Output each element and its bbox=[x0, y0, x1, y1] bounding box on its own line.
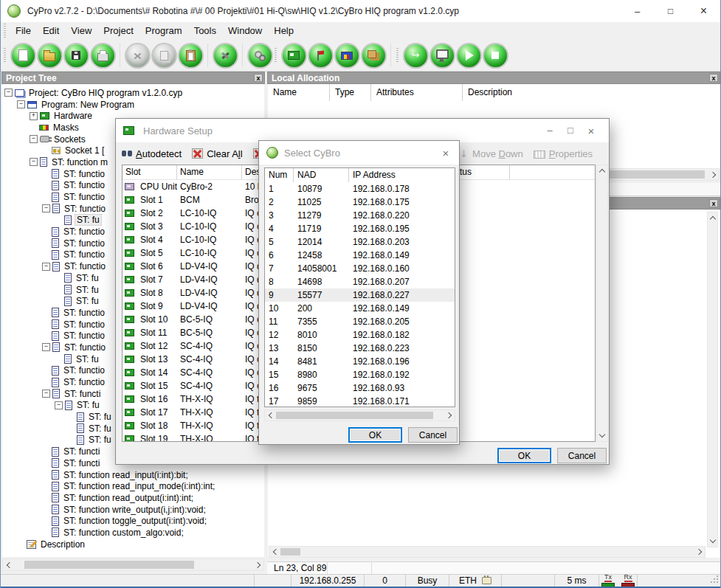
options-gears-button[interactable] bbox=[249, 44, 272, 67]
scroll-right-icon[interactable] bbox=[252, 559, 263, 570]
expander-expand-icon[interactable]: + bbox=[30, 112, 38, 120]
stop-button[interactable] bbox=[484, 44, 507, 67]
scrollbar-thumb[interactable] bbox=[276, 412, 433, 419]
tree-item[interactable]: ST: function custom_algo:void; bbox=[2, 527, 264, 539]
cybro-row[interactable]: 10200192.168.0.149 bbox=[265, 302, 455, 315]
cybro-row[interactable]: 814698192.168.0.207 bbox=[265, 275, 455, 288]
tree-item[interactable]: Description bbox=[2, 539, 264, 550]
cybro-row[interactable]: 158980192.168.0.192 bbox=[265, 368, 455, 381]
tree-item[interactable]: ST: function read_output(i:int):int; bbox=[2, 492, 264, 504]
project-tree-close-icon[interactable]: x bbox=[254, 74, 263, 82]
ok-button[interactable]: OK bbox=[497, 448, 551, 463]
column-header-num[interactable]: Num bbox=[265, 168, 294, 182]
cybro-row[interactable]: 128010192.168.0.182 bbox=[265, 328, 455, 342]
menu-item-project[interactable]: Project bbox=[97, 22, 139, 40]
expander-collapse-icon[interactable]: − bbox=[42, 204, 50, 212]
column-header-attributes[interactable]: Attributes bbox=[371, 84, 463, 101]
toolbar-drag-handle-icon[interactable] bbox=[4, 48, 6, 63]
tree-item[interactable]: ST: function read_input_mode(i:int):int; bbox=[2, 480, 264, 492]
menu-item-program[interactable]: Program bbox=[139, 22, 188, 40]
column-header-nad[interactable]: NAD bbox=[294, 168, 349, 182]
scroll-right-icon[interactable] bbox=[444, 410, 455, 421]
expander-collapse-icon[interactable]: − bbox=[30, 135, 38, 143]
scroll-right-icon[interactable] bbox=[694, 547, 705, 557]
autodetect-button[interactable]: Autodetect bbox=[122, 148, 182, 159]
expander-collapse-icon[interactable]: − bbox=[42, 343, 50, 351]
column-header-name[interactable]: Name bbox=[268, 84, 330, 101]
hardware-setup-button[interactable] bbox=[283, 44, 306, 67]
editor-vscrollbar[interactable] bbox=[707, 212, 718, 547]
cybro-row[interactable]: 714058001192.168.0.160 bbox=[265, 262, 455, 275]
cybro-row[interactable]: 169675192.168.0.93 bbox=[265, 381, 455, 395]
tools-button[interactable] bbox=[214, 44, 237, 67]
resize-grip-icon[interactable] bbox=[717, 581, 718, 583]
expander-collapse-icon[interactable]: − bbox=[4, 89, 13, 97]
column-header-extra[interactable] bbox=[510, 165, 595, 179]
editor-close-icon[interactable]: x bbox=[709, 199, 718, 207]
expander-collapse-icon[interactable]: − bbox=[30, 158, 38, 166]
expander-collapse-icon[interactable]: − bbox=[55, 401, 63, 409]
column-header-slot[interactable]: Slot bbox=[123, 165, 177, 179]
expander-collapse-icon[interactable]: − bbox=[17, 100, 25, 108]
project-tree-hscrollbar[interactable] bbox=[2, 558, 264, 571]
dialog-maximize-icon[interactable]: □ bbox=[560, 125, 581, 137]
save-button[interactable] bbox=[65, 44, 88, 67]
cybro-row[interactable]: 138150192.168.0.223 bbox=[265, 342, 455, 355]
start-button[interactable] bbox=[458, 44, 480, 67]
print-button[interactable] bbox=[92, 44, 114, 67]
scrollbar-track[interactable] bbox=[280, 547, 694, 557]
cybro-row[interactable]: 915577192.168.0.227 bbox=[265, 288, 455, 302]
cybro-row[interactable]: 411719192.168.0.195 bbox=[265, 222, 455, 235]
cybro-row[interactable]: 117355192.168.0.205 bbox=[265, 315, 455, 328]
toolbar-drag-handle-icon[interactable] bbox=[396, 48, 399, 63]
maximize-button[interactable] bbox=[654, 0, 687, 22]
scrollbar-track[interactable] bbox=[276, 410, 444, 421]
scroll-left-icon[interactable] bbox=[265, 410, 276, 421]
close-button[interactable] bbox=[687, 0, 720, 22]
dialog-minimize-icon[interactable]: – bbox=[539, 125, 560, 137]
scrollbar-thumb[interactable] bbox=[24, 561, 194, 569]
hardware-table-vscrollbar[interactable] bbox=[596, 165, 608, 442]
scroll-down-icon[interactable] bbox=[597, 430, 607, 441]
menubar-drag-handle-icon[interactable] bbox=[4, 24, 6, 38]
clear-all-button[interactable]: Clear All bbox=[192, 148, 242, 159]
tree-item[interactable]: ST: function read_input(i:int):bit; bbox=[2, 469, 264, 481]
paste-button[interactable] bbox=[179, 44, 202, 67]
tree-item[interactable]: ST: function toggle_output(i:int):void; bbox=[2, 515, 264, 527]
ok-button[interactable]: OK bbox=[348, 427, 402, 443]
scroll-down-icon[interactable] bbox=[708, 536, 717, 547]
cancel-button[interactable]: Cancel bbox=[408, 427, 458, 443]
cybro-row[interactable]: 211025192.168.0.175 bbox=[265, 196, 455, 209]
scrollbar-track[interactable] bbox=[14, 559, 252, 570]
menu-item-tools[interactable]: Tools bbox=[188, 22, 222, 40]
monitor-button[interactable] bbox=[431, 44, 454, 67]
scroll-right-icon[interactable] bbox=[708, 169, 719, 180]
scroll-up-icon[interactable] bbox=[597, 165, 607, 176]
menu-item-view[interactable]: View bbox=[65, 22, 97, 40]
new-file-button[interactable] bbox=[12, 44, 35, 67]
cybro-list-hscrollbar[interactable] bbox=[264, 409, 455, 421]
column-header-description[interactable]: Description bbox=[463, 84, 720, 101]
dialog-close-icon[interactable]: × bbox=[435, 147, 456, 159]
cybro-row[interactable]: 311279192.168.0.220 bbox=[265, 209, 455, 222]
dialog-close-icon[interactable]: × bbox=[581, 125, 601, 137]
editor-hscrollbar[interactable] bbox=[269, 546, 706, 558]
cancel-button[interactable]: Cancel bbox=[557, 448, 607, 463]
allocation-button[interactable] bbox=[336, 44, 359, 67]
menu-item-window[interactable]: Window bbox=[222, 22, 268, 40]
local-allocation-close-icon[interactable]: x bbox=[709, 74, 718, 82]
expander-collapse-icon[interactable]: − bbox=[42, 390, 50, 398]
scroll-left-icon[interactable] bbox=[269, 547, 280, 557]
column-header-type[interactable]: Type bbox=[330, 84, 371, 101]
menu-item-file[interactable]: File bbox=[10, 22, 37, 40]
open-folder-button[interactable] bbox=[38, 44, 61, 67]
tree-item[interactable]: −Project: CyBro HIQ program v1.2.0.cyp bbox=[2, 87, 264, 99]
scrollbar-track[interactable] bbox=[708, 224, 717, 536]
scroll-up-icon[interactable] bbox=[708, 212, 717, 224]
cybro-row[interactable]: 612458192.168.0.149 bbox=[265, 249, 455, 262]
minimize-button[interactable] bbox=[621, 0, 654, 22]
network-flag-button[interactable] bbox=[309, 44, 332, 67]
expander-collapse-icon[interactable]: − bbox=[42, 263, 50, 271]
tree-item[interactable]: −Program: New Program bbox=[2, 99, 264, 111]
menu-item-help[interactable]: Help bbox=[268, 22, 300, 40]
